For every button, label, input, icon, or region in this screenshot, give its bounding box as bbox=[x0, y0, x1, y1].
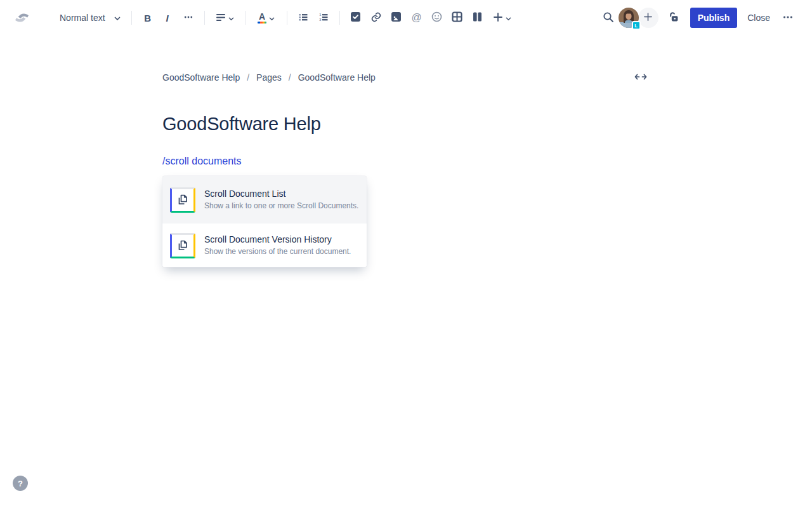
editor-slash-command[interactable]: /scroll documents bbox=[162, 156, 242, 167]
text-color-button[interactable]: A bbox=[252, 8, 281, 28]
chevron-down-icon bbox=[269, 13, 275, 23]
suggestion-title: Scroll Document Version History bbox=[204, 234, 351, 244]
more-formatting-button[interactable] bbox=[178, 8, 199, 28]
task-checkbox-icon bbox=[350, 11, 361, 24]
columns-layout-icon bbox=[472, 11, 483, 24]
mention-icon: @ bbox=[411, 12, 421, 23]
breadcrumb-row: GoodSoftware Help / Pages / GoodSoftware… bbox=[162, 70, 650, 84]
numbered-list-icon: 13 bbox=[318, 12, 329, 24]
align-left-icon bbox=[216, 12, 226, 24]
slash-suggestion-popup: Scroll Document List Show a link to one … bbox=[162, 176, 367, 267]
emoji-button[interactable] bbox=[427, 8, 447, 28]
toolbar-divider bbox=[204, 11, 205, 25]
text-color-icon: A bbox=[258, 12, 266, 23]
plus-icon bbox=[643, 12, 653, 23]
breadcrumb-pages-link[interactable]: Pages bbox=[256, 72, 282, 83]
toolbar-divider bbox=[246, 11, 246, 25]
link-icon bbox=[370, 11, 382, 25]
user-avatar[interactable]: L bbox=[619, 8, 639, 28]
more-options-icon bbox=[183, 12, 193, 24]
avatar-status-badge: L bbox=[632, 21, 641, 30]
breadcrumb: GoodSoftware Help / Pages / GoodSoftware… bbox=[162, 72, 376, 83]
image-icon bbox=[391, 11, 402, 24]
breadcrumb-separator: / bbox=[247, 72, 249, 83]
invite-button[interactable] bbox=[638, 8, 658, 28]
search-icon bbox=[603, 11, 614, 25]
chevron-down-icon bbox=[228, 13, 234, 23]
search-button[interactable] bbox=[598, 8, 619, 28]
text-style-dropdown[interactable]: Normal text bbox=[55, 9, 126, 27]
image-button[interactable] bbox=[386, 8, 407, 28]
toolbar-divider bbox=[287, 11, 287, 25]
toolbar-divider bbox=[131, 11, 132, 25]
table-icon bbox=[452, 11, 462, 24]
mention-button[interactable]: @ bbox=[407, 8, 427, 28]
alignment-button[interactable] bbox=[211, 8, 240, 28]
suggestion-scroll-document-version-history[interactable]: Scroll Document Version History Show the… bbox=[162, 224, 367, 267]
suggestion-text: Scroll Document Version History Show the… bbox=[204, 234, 351, 257]
suggestion-title: Scroll Document List bbox=[204, 189, 358, 199]
confluence-logo-icon[interactable] bbox=[14, 11, 30, 25]
confluence-editor: Normal text B I bbox=[0, 0, 812, 508]
breadcrumb-page-link[interactable]: GoodSoftware Help bbox=[298, 72, 376, 83]
unlock-icon bbox=[667, 11, 680, 25]
emoji-icon bbox=[431, 11, 442, 24]
suggestion-scroll-document-list[interactable]: Scroll Document List Show a link to one … bbox=[162, 176, 367, 224]
more-actions-button[interactable] bbox=[778, 8, 798, 28]
help-button[interactable]: ? bbox=[13, 476, 28, 491]
close-button[interactable]: Close bbox=[741, 8, 776, 28]
editor-toolbar: Normal text B I bbox=[0, 0, 812, 36]
svg-text:3: 3 bbox=[319, 18, 321, 22]
toolbar-divider bbox=[339, 11, 340, 25]
task-list-button[interactable] bbox=[346, 8, 366, 28]
bold-icon: B bbox=[144, 13, 151, 23]
italic-button[interactable]: I bbox=[158, 8, 178, 28]
insert-button[interactable] bbox=[488, 8, 517, 28]
layouts-button[interactable] bbox=[468, 8, 488, 28]
svg-text:1: 1 bbox=[319, 13, 321, 17]
chevron-down-icon bbox=[506, 13, 511, 23]
italic-icon: I bbox=[166, 13, 169, 23]
restrictions-button[interactable] bbox=[664, 8, 684, 28]
publish-button[interactable]: Publish bbox=[690, 8, 738, 28]
suggestion-text: Scroll Document List Show a link to one … bbox=[204, 189, 358, 211]
insert-plus-icon bbox=[493, 12, 503, 24]
chevron-down-icon bbox=[114, 13, 121, 23]
text-style-label: Normal text bbox=[60, 13, 105, 23]
suggestion-description: Show the versions of the current documen… bbox=[204, 246, 351, 257]
link-button[interactable] bbox=[366, 8, 386, 28]
more-horizontal-icon bbox=[782, 11, 794, 25]
toolbar-right-group: L Publish Close bbox=[597, 8, 798, 28]
bullet-list-button[interactable] bbox=[293, 8, 313, 28]
page-title[interactable]: GoodSoftware Help bbox=[162, 114, 321, 135]
suggestion-description: Show a link to one or more Scroll Docume… bbox=[204, 201, 358, 211]
full-width-toggle-button[interactable] bbox=[632, 70, 650, 84]
breadcrumb-separator: / bbox=[289, 72, 291, 83]
table-button[interactable] bbox=[447, 8, 468, 28]
scroll-documents-icon bbox=[170, 187, 195, 213]
expand-width-icon bbox=[634, 73, 647, 83]
bullet-list-icon bbox=[298, 12, 308, 24]
toolbar-left-group: Normal text B I bbox=[14, 8, 517, 28]
breadcrumb-space-link[interactable]: GoodSoftware Help bbox=[162, 72, 240, 83]
question-mark-icon: ? bbox=[18, 479, 23, 488]
bold-button[interactable]: B bbox=[138, 8, 158, 28]
numbered-list-button[interactable]: 13 bbox=[313, 8, 334, 28]
scroll-documents-icon bbox=[170, 233, 195, 258]
